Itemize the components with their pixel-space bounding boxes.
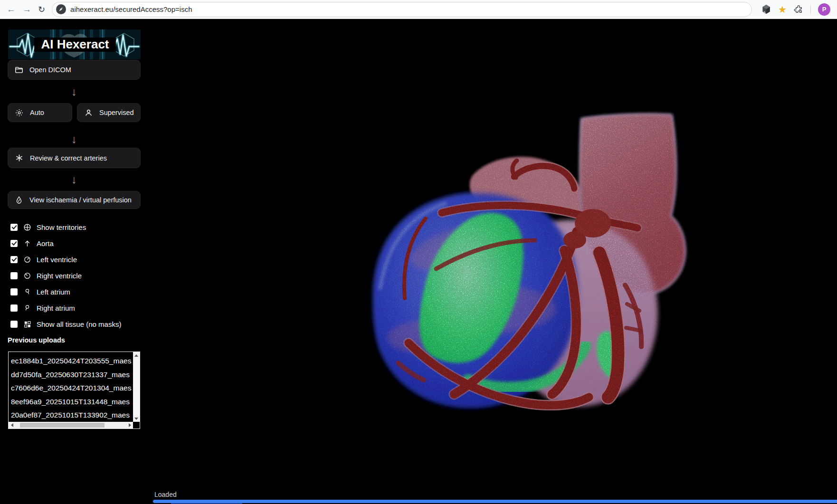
upload-option[interactable]: c7606d6e_20250424T201304_maes — [11, 381, 133, 395]
open-dicom-label: Open DICOM — [29, 66, 71, 74]
asterisk-icon — [15, 153, 24, 162]
logo-title: AI Hexeract — [41, 37, 109, 51]
right-ventricle-checkbox[interactable] — [10, 272, 18, 279]
right-ventricle-icon — [22, 272, 32, 280]
forward-button[interactable]: → — [22, 5, 31, 14]
scroll-right-arrow[interactable] — [126, 422, 133, 428]
person-icon — [84, 108, 93, 117]
scroll-left-arrow[interactable] — [9, 422, 15, 428]
flow-arrow-icon: ↓ — [8, 174, 141, 185]
toggle-right-ventricle[interactable]: Right ventricle — [10, 267, 141, 284]
auto-button[interactable]: Auto — [8, 103, 72, 122]
flow-arrow-icon: ↓ — [8, 86, 141, 97]
toolbar-divider — [810, 5, 811, 14]
right-atrium-checkbox[interactable] — [10, 304, 18, 312]
aorta-checkbox[interactable] — [10, 240, 18, 247]
auto-label: Auto — [30, 109, 44, 116]
aorta-arrow-icon — [22, 239, 32, 247]
url-bar[interactable]: aihexeract.eu/securedAccess?op=isch — [52, 2, 752, 17]
back-button[interactable]: ← — [7, 5, 16, 14]
droplet-icon — [15, 196, 23, 204]
progress-bar — [153, 500, 837, 503]
auto-focus-icon — [15, 108, 24, 117]
upload-option[interactable]: ec1884b1_20250424T203555_maes — [11, 354, 133, 368]
app-logo-banner: AI Hexeract — [8, 29, 141, 59]
site-info-icon[interactable] — [56, 4, 66, 14]
show-all-tissue-checkbox[interactable] — [10, 321, 18, 328]
review-arteries-button[interactable]: Review & correct arteries — [8, 148, 141, 168]
scroll-up-arrow[interactable] — [133, 352, 140, 359]
review-arteries-label: Review & correct arteries — [30, 154, 107, 162]
folder-icon — [15, 66, 23, 74]
territories-icon — [22, 223, 32, 232]
extensions-puzzle-icon[interactable] — [794, 5, 803, 14]
flow-arrow-icon: ↓ — [8, 133, 141, 145]
upload-option[interactable]: 8eef96a9_20251015T131448_maes — [11, 395, 133, 409]
toggle-aorta[interactable]: Aorta — [10, 235, 141, 251]
previous-uploads-label: Previous uploads — [8, 336, 65, 344]
reload-button[interactable]: ↻ — [38, 5, 45, 14]
upload-option[interactable]: dd7d50fa_20250630T231337_maes — [11, 368, 133, 382]
left-atrium-checkbox[interactable] — [10, 288, 18, 295]
status-label: Loaded — [154, 491, 177, 498]
all-tissue-grid-icon — [22, 320, 32, 328]
view-ischaemia-button[interactable]: View ischaemia / virtual perfusion — [8, 191, 141, 209]
supervised-label: Supervised — [99, 109, 134, 116]
left-atrium-icon — [22, 288, 32, 296]
horizontal-scroll-thumb[interactable] — [20, 423, 105, 428]
toggle-show-all-tissue[interactable]: Show all tissue (no masks) — [10, 316, 141, 332]
horizontal-scrollbar[interactable] — [9, 422, 133, 428]
right-atrium-icon — [22, 304, 32, 312]
previous-uploads-listbox[interactable]: ec1884b1_20250424T203555_maes dd7d50fa_2… — [8, 352, 140, 429]
toggle-right-atrium[interactable]: Right atrium — [10, 300, 141, 316]
view-ischaemia-label: View ischaemia / virtual perfusion — [29, 196, 132, 204]
extension-cube-icon[interactable] — [761, 4, 771, 14]
scroll-down-arrow[interactable] — [133, 415, 140, 422]
open-dicom-button[interactable]: Open DICOM — [8, 60, 141, 80]
left-ventricle-icon — [22, 256, 32, 264]
url-text: aihexeract.eu/securedAccess?op=isch — [70, 5, 192, 13]
left-ventricle-checkbox[interactable] — [10, 256, 18, 263]
bookmark-star-icon[interactable]: ★ — [778, 5, 787, 14]
show-territories-checkbox[interactable] — [10, 224, 18, 231]
profile-avatar[interactable]: P — [818, 3, 830, 16]
supervised-button[interactable]: Supervised — [77, 103, 141, 122]
toggle-left-ventricle[interactable]: Left ventricle — [10, 251, 141, 267]
toggle-left-atrium[interactable]: Left atrium — [10, 284, 141, 300]
layer-toggles: Show territories Aorta Left ventricle Ri… — [10, 219, 141, 332]
toggle-show-territories[interactable]: Show territories — [10, 219, 141, 235]
vertical-scrollbar[interactable] — [133, 352, 140, 422]
upload-option[interactable]: 20a0ef87_20251015T133902_maes — [11, 409, 133, 422]
browser-toolbar: ← → ↻ aihexeract.eu/securedAccess?op=isc… — [0, 0, 837, 19]
